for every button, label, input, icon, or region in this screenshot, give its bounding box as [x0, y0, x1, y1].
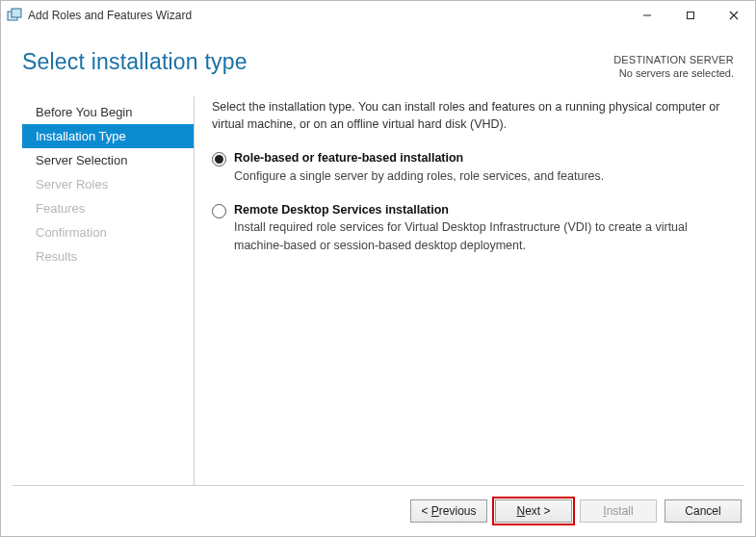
destination-label: DESTINATION SERVER	[613, 53, 734, 66]
sidebar-item-before-you-begin[interactable]: Before You Begin	[22, 100, 194, 124]
btn-text: N	[516, 504, 525, 518]
sidebar-item-features: Features	[22, 196, 194, 220]
window-title: Add Roles and Features Wizard	[28, 9, 192, 22]
destination-value: No servers are selected.	[613, 66, 734, 80]
option-text: Remote Desktop Services installation Ins…	[234, 201, 730, 255]
sidebar-item-server-roles: Server Roles	[22, 172, 194, 196]
svg-rect-3	[687, 13, 693, 19]
header: Select installation type DESTINATION SER…	[1, 30, 755, 85]
option-desc: Install required role services for Virtu…	[234, 218, 730, 255]
option-desc: Configure a single server by adding role…	[234, 167, 604, 186]
btn-text: <	[421, 504, 430, 518]
radio-icon[interactable]	[212, 152, 226, 166]
option-text: Role-based or feature-based installation…	[234, 149, 604, 186]
option-title: Role-based or feature-based installation	[234, 149, 604, 167]
sidebar-item-installation-type[interactable]: Installation Type	[22, 124, 194, 148]
btn-text: ext >	[525, 504, 550, 518]
btn-text: P	[431, 504, 439, 518]
previous-button[interactable]: < Previous	[410, 499, 487, 523]
minimize-button[interactable]	[625, 1, 668, 30]
install-button: Install	[580, 499, 657, 523]
sidebar-item-confirmation: Confirmation	[22, 220, 194, 244]
body: Before You Begin Installation Type Serve…	[1, 85, 755, 485]
wizard-window: Add Roles and Features Wizard Select ins…	[0, 0, 756, 537]
svg-rect-1	[12, 9, 21, 17]
intro-text: Select the installation type. You can in…	[212, 98, 730, 135]
app-icon	[7, 8, 22, 23]
btn-text: nstall	[607, 504, 634, 518]
sidebar-item-results: Results	[22, 244, 194, 268]
main-content: Select the installation type. You can in…	[195, 96, 734, 485]
option-role-based[interactable]: Role-based or feature-based installation…	[212, 149, 730, 186]
page-title: Select installation type	[22, 49, 613, 75]
close-button[interactable]	[712, 1, 755, 30]
sidebar-item-server-selection[interactable]: Server Selection	[22, 148, 194, 172]
radio-icon[interactable]	[212, 204, 226, 218]
next-button[interactable]: Next >	[495, 499, 572, 523]
option-remote-desktop[interactable]: Remote Desktop Services installation Ins…	[212, 201, 730, 255]
btn-text: revious	[439, 504, 477, 518]
cancel-button[interactable]: Cancel	[665, 499, 742, 523]
maximize-button[interactable]	[668, 1, 712, 30]
sidebar: Before You Begin Installation Type Serve…	[22, 96, 195, 485]
footer: < Previous Next > Install Cancel	[1, 486, 755, 536]
window-controls	[625, 1, 755, 30]
titlebar: Add Roles and Features Wizard	[1, 1, 755, 30]
option-title: Remote Desktop Services installation	[234, 201, 730, 219]
destination-block: DESTINATION SERVER No servers are select…	[613, 49, 734, 81]
